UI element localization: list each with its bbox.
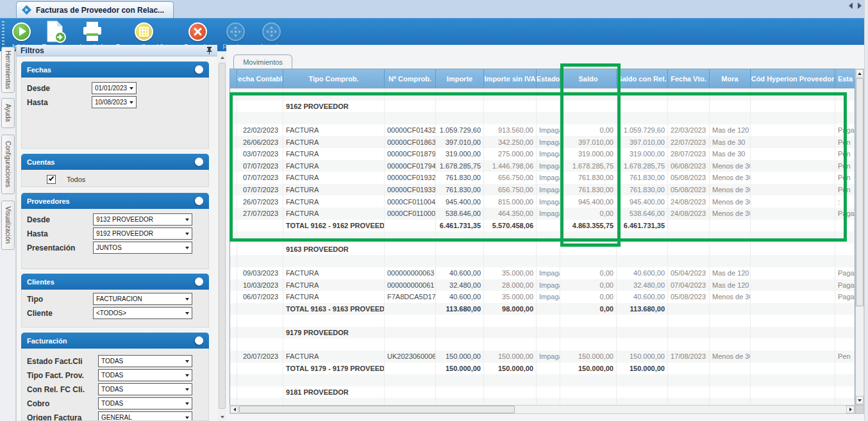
- invoice-row[interactable]: 09/03/2023FACTURA00000000006340.600,0035…: [230, 267, 855, 279]
- column-header-cod-hyperion-proveedor[interactable]: Cód Hyperion Proveedor: [751, 69, 835, 88]
- cell-fecha-vto: [668, 338, 710, 351]
- side-tab-herramientas[interactable]: Herramientas: [1, 47, 15, 93]
- document-tab[interactable]: Facturas de Proveedor con Relac...: [16, 1, 174, 18]
- column-header-n-comprob[interactable]: Nº Comprob.: [385, 69, 436, 88]
- chevron-down-icon[interactable]: [127, 97, 136, 108]
- cell-fecha-vto: [668, 220, 710, 232]
- dropdown-hasta[interactable]: 10/08/2023: [92, 96, 137, 108]
- tab-scroll-left-icon[interactable]: [849, 3, 853, 9]
- invoice-row[interactable]: 20/07/2023FACTURAUK2023060006150.000,001…: [230, 351, 855, 363]
- cell-estado-cliente: Pen: [835, 184, 855, 196]
- cell-importe-sin-iva: 28.000,00: [484, 279, 537, 292]
- column-header-esta[interactable]: Esta: [835, 69, 856, 88]
- cell-mora: Menos de 30: [710, 184, 751, 196]
- toolbar-grip[interactable]: [2, 21, 4, 49]
- horizontal-scrollbar-thumb[interactable]: [239, 406, 515, 413]
- invoice-row[interactable]: 10/03/2023FACTURA00000000006132.480,0028…: [230, 279, 855, 292]
- invoice-row[interactable]: 07/07/2023FACTURA00000CF01932761.830,006…: [230, 172, 855, 184]
- invoice-row[interactable]: 07/07/2023FACTURA00000CF01933761.830,006…: [230, 184, 855, 196]
- filters-scrollbar-thumb[interactable]: [219, 63, 226, 409]
- chevron-down-icon[interactable]: [183, 398, 192, 409]
- cell-mora: [710, 231, 751, 244]
- invoice-row[interactable]: 27/07/2023FACTURA0000CF011000538.646,004…: [230, 208, 855, 220]
- dropdown-hasta[interactable]: 9192 PROVEEDOR: [93, 227, 192, 240]
- section-toggle-icon[interactable]: [195, 336, 203, 345]
- dropdown-tipo-fact-prov[interactable]: TODAS: [98, 369, 192, 381]
- side-tab-configuraciones[interactable]: Configuraciones: [1, 135, 15, 194]
- grid-horizontal-scrollbar[interactable]: [230, 405, 855, 414]
- filters-scroll-down-icon[interactable]: [218, 413, 226, 421]
- scroll-up-icon[interactable]: [856, 69, 864, 78]
- invoice-row[interactable]: 06/07/2023FACTURAF7A8DCA5D17E40.600,0035…: [230, 291, 855, 303]
- group-header-row[interactable]: 9179 PROVEEDOR: [230, 327, 855, 339]
- pin-icon[interactable]: [206, 47, 212, 54]
- invoice-row[interactable]: 07/07/2023FACTURA00000CF017941.678.285,7…: [230, 160, 855, 172]
- chevron-down-icon[interactable]: [183, 412, 192, 421]
- dropdown-cliente[interactable]: <TODOS>: [93, 307, 192, 319]
- dropdown-desde[interactable]: 9132 PROVEEDOR: [93, 213, 192, 226]
- column-header-mora[interactable]: Mora: [710, 69, 751, 88]
- dropdown-desde[interactable]: 01/01/2023: [92, 82, 137, 94]
- invoice-row[interactable]: 26/07/2023FACTURA0000CF011004945.400,008…: [230, 195, 855, 208]
- scroll-left-icon[interactable]: [230, 406, 238, 413]
- column-header-estado[interactable]: Estado: [537, 69, 560, 88]
- invoice-row[interactable]: 26/06/2023FACTURA00000CF01863397.010,003…: [230, 136, 855, 148]
- group-header-row[interactable]: 9162 PROVEEDOR: [230, 101, 855, 113]
- dropdown-presentacion[interactable]: JUNTOS: [93, 242, 192, 254]
- chevron-down-icon[interactable]: [183, 370, 192, 381]
- dropdown-origen-factura[interactable]: GENERAL: [98, 411, 192, 421]
- grid-vertical-scrollbar[interactable]: [855, 69, 864, 405]
- column-header-tipo-comprob[interactable]: Tipo Comprob.: [283, 69, 385, 88]
- dropdown-cobro[interactable]: TODAS: [98, 397, 192, 409]
- tab-scroll-right-icon[interactable]: [858, 3, 862, 9]
- cell-importe-sin-iva: [484, 244, 537, 256]
- invoice-row[interactable]: 22/02/2023FACTURA00000CF014321.059.729,6…: [230, 124, 855, 136]
- column-header-fecha-vto[interactable]: Fecha Vto.: [668, 69, 710, 88]
- chevron-down-icon[interactable]: [183, 356, 192, 367]
- group-header-row[interactable]: 9163 PROVEEDOR: [230, 244, 855, 256]
- chevron-down-icon[interactable]: [183, 308, 192, 318]
- chevron-down-icon[interactable]: [183, 214, 192, 225]
- tab-movimientos[interactable]: Movimientos: [233, 54, 292, 69]
- cell-importe-sin-iva: 464.350,00: [484, 208, 537, 220]
- total-row[interactable]: TOTAL 9179 - 9179 PROVEEDOR150.000,00150…: [230, 363, 855, 375]
- scroll-right-icon[interactable]: [846, 406, 855, 413]
- dropdown-estado-fact-cli[interactable]: TODAS: [98, 355, 192, 367]
- side-tab-visualizacion[interactable]: Visualización: [1, 201, 15, 250]
- side-tab-ayuda[interactable]: Ayuda: [1, 98, 15, 128]
- chevron-down-icon[interactable]: [127, 83, 136, 94]
- cell-importe: 945.400,00: [436, 195, 484, 208]
- column-header-saldo[interactable]: Saldo: [560, 69, 617, 88]
- column-header-saldo-con-ret[interactable]: Saldo con Ret.: [617, 69, 668, 88]
- column-header-fecha-contable[interactable]: Fecha Contable: [237, 69, 283, 88]
- scroll-down-icon[interactable]: [856, 396, 864, 404]
- section-toggle-icon[interactable]: [195, 277, 203, 286]
- cell-importe: 150.000,00: [436, 363, 484, 375]
- section-toggle-icon[interactable]: [195, 158, 203, 166]
- filters-scrollbar[interactable]: [218, 54, 226, 421]
- section-toggle-icon[interactable]: [195, 65, 203, 74]
- filters-scroll-up-icon[interactable]: [218, 54, 226, 62]
- invoice-row[interactable]: 03/07/2023FACTURA00000CF01879319.000,002…: [230, 148, 855, 160]
- chevron-down-icon[interactable]: [183, 242, 192, 253]
- filter-label-desde: Desde: [27, 215, 50, 224]
- total-row[interactable]: TOTAL 9162 - 9162 PROVEEDOR6.461.731,355…: [230, 220, 855, 232]
- cell-cod-hyperion: [751, 303, 835, 315]
- filter-label-desde: Desde: [27, 84, 50, 93]
- cell-estado: [537, 112, 560, 124]
- cell-indicator: [230, 148, 237, 160]
- group-header-row[interactable]: 9181 PROVEEDOR: [230, 386, 855, 399]
- section-toggle-icon[interactable]: [195, 197, 203, 205]
- column-header-importe-sin-iva[interactable]: Importe sin IVA: [484, 69, 537, 88]
- dropdown-con-rel-fc-cli[interactable]: TODAS: [98, 383, 192, 395]
- chevron-down-icon[interactable]: [183, 228, 192, 239]
- total-row[interactable]: TOTAL 9163 - 9163 PROVEEDOR113.680,0098.…: [230, 303, 855, 315]
- cell-saldo-ret: [617, 386, 668, 399]
- vertical-scrollbar-thumb[interactable]: [856, 78, 864, 306]
- chevron-down-icon[interactable]: [183, 293, 192, 304]
- dropdown-tipo[interactable]: FACTURACION: [93, 293, 192, 305]
- checkbox-todos[interactable]: [47, 175, 56, 184]
- cell-comprobante: 00000CF01794: [385, 160, 436, 172]
- chevron-down-icon[interactable]: [183, 384, 192, 395]
- column-header-importe[interactable]: Importe: [436, 69, 484, 88]
